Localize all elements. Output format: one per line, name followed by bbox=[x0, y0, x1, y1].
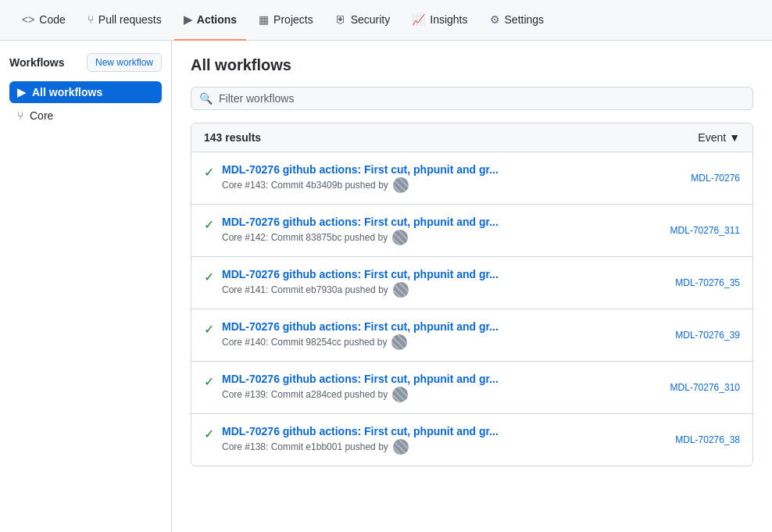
sidebar-header: Workflows New workflow bbox=[9, 53, 162, 72]
avatar bbox=[391, 334, 407, 350]
code-icon: <> bbox=[22, 13, 34, 26]
pull-request-icon: ⑂ bbox=[88, 13, 94, 26]
workflow-info-5: MDL-70276 github actions: First cut, php… bbox=[222, 425, 499, 455]
workflow-badge-4[interactable]: MDL-70276_310 bbox=[670, 382, 740, 393]
avatar bbox=[393, 282, 409, 298]
workflow-left-1: ✓ MDL-70276 github actions: First cut, p… bbox=[204, 216, 670, 245]
nav-item-security[interactable]: ⛨ Security bbox=[326, 0, 400, 41]
chevron-down-icon: ▼ bbox=[729, 131, 740, 144]
success-check-icon: ✓ bbox=[204, 374, 214, 389]
workflow-meta-text-4: Core #139: Commit a284ced pushed by bbox=[222, 389, 388, 400]
workflow-meta-text-1: Core #142: Commit 83875bc pushed by bbox=[222, 232, 388, 243]
avatar bbox=[392, 387, 408, 402]
sidebar-title: Workflows bbox=[9, 56, 65, 69]
workflow-list: ✓ MDL-70276 github actions: First cut, p… bbox=[191, 152, 752, 466]
nav-label-pull-requests: Pull requests bbox=[98, 13, 162, 26]
workflow-meta-text-0: Core #143: Commit 4b3409b pushed by bbox=[222, 180, 388, 191]
success-check-icon: ✓ bbox=[204, 165, 214, 180]
sidebar-item-core-label: Core bbox=[30, 109, 53, 122]
workflow-info-2: MDL-70276 github actions: First cut, php… bbox=[222, 268, 499, 298]
workflow-left-3: ✓ MDL-70276 github actions: First cut, p… bbox=[204, 320, 675, 350]
projects-icon: ▦ bbox=[259, 13, 269, 26]
event-dropdown[interactable]: Event ▼ bbox=[698, 131, 740, 144]
workflow-badge-5[interactable]: MDL-70276_38 bbox=[675, 434, 740, 445]
results-count: 143 results bbox=[204, 131, 261, 144]
nav-label-projects: Projects bbox=[273, 13, 313, 26]
table-row: ✓ MDL-70276 github actions: First cut, p… bbox=[191, 309, 752, 362]
nav-item-actions[interactable]: ▶ Actions bbox=[174, 0, 246, 41]
nav-label-settings: Settings bbox=[505, 13, 545, 26]
all-workflows-icon: ▶ bbox=[17, 86, 26, 98]
nav-item-pull-requests[interactable]: ⑂ Pull requests bbox=[78, 0, 171, 41]
security-icon: ⛨ bbox=[335, 13, 346, 26]
nav-label-code: Code bbox=[39, 13, 65, 26]
workflow-title-1[interactable]: MDL-70276 github actions: First cut, php… bbox=[222, 216, 499, 228]
sidebar-item-core[interactable]: ⑂ Core bbox=[9, 105, 162, 127]
nav-label-security: Security bbox=[351, 13, 391, 26]
workflow-info-4: MDL-70276 github actions: First cut, php… bbox=[222, 373, 499, 402]
new-workflow-button[interactable]: New workflow bbox=[87, 53, 162, 72]
sidebar-item-all-workflows-label: All workflows bbox=[32, 86, 102, 98]
success-check-icon: ✓ bbox=[204, 322, 214, 337]
nav-label-insights: Insights bbox=[430, 13, 467, 26]
success-check-icon: ✓ bbox=[204, 270, 214, 284]
insights-icon: 📈 bbox=[412, 13, 425, 26]
success-check-icon: ✓ bbox=[204, 217, 214, 232]
nav-item-insights[interactable]: 📈 Insights bbox=[402, 0, 477, 41]
workflow-meta-5: Core #138: Commit e1bb001 pushed by bbox=[222, 439, 499, 455]
search-icon: 🔍 bbox=[199, 92, 213, 105]
table-row: ✓ MDL-70276 github actions: First cut, p… bbox=[191, 414, 752, 466]
workflow-left-2: ✓ MDL-70276 github actions: First cut, p… bbox=[204, 268, 675, 298]
workflow-badge-0[interactable]: MDL-70276 bbox=[691, 173, 740, 184]
workflow-left-5: ✓ MDL-70276 github actions: First cut, p… bbox=[204, 425, 675, 455]
workflow-info-0: MDL-70276 github actions: First cut, php… bbox=[222, 163, 499, 193]
settings-icon: ⚙ bbox=[490, 13, 500, 26]
workflow-badge-1[interactable]: MDL-70276_311 bbox=[670, 225, 740, 236]
sidebar: Workflows New workflow ▶ All workflows ⑂… bbox=[0, 41, 172, 532]
workflow-meta-2: Core #141: Commit eb7930a pushed by bbox=[222, 282, 499, 298]
workflow-title-4[interactable]: MDL-70276 github actions: First cut, php… bbox=[222, 373, 499, 385]
table-row: ✓ MDL-70276 github actions: First cut, p… bbox=[191, 152, 752, 205]
main-content: All workflows 🔍 143 results Event ▼ ✓ MD… bbox=[172, 41, 772, 532]
table-row: ✓ MDL-70276 github actions: First cut, p… bbox=[191, 257, 752, 309]
main-layout: Workflows New workflow ▶ All workflows ⑂… bbox=[0, 41, 772, 532]
avatar bbox=[393, 439, 409, 455]
workflow-title-5[interactable]: MDL-70276 github actions: First cut, php… bbox=[222, 425, 499, 437]
workflow-title-2[interactable]: MDL-70276 github actions: First cut, php… bbox=[222, 268, 499, 280]
core-icon: ⑂ bbox=[17, 109, 23, 122]
workflow-meta-text-2: Core #141: Commit eb7930a pushed by bbox=[222, 284, 388, 295]
filter-input[interactable] bbox=[219, 92, 745, 105]
workflow-left-0: ✓ MDL-70276 github actions: First cut, p… bbox=[204, 163, 691, 193]
workflow-title-0[interactable]: MDL-70276 github actions: First cut, php… bbox=[222, 163, 499, 176]
nav-item-projects[interactable]: ▦ Projects bbox=[249, 0, 323, 41]
success-check-icon: ✓ bbox=[204, 427, 214, 441]
workflow-meta-3: Core #140: Commit 98254cc pushed by bbox=[222, 334, 499, 350]
sidebar-item-all-workflows[interactable]: ▶ All workflows bbox=[9, 81, 162, 103]
table-row: ✓ MDL-70276 github actions: First cut, p… bbox=[191, 205, 752, 257]
nav-item-code[interactable]: <> Code bbox=[13, 0, 75, 41]
workflow-info-1: MDL-70276 github actions: First cut, php… bbox=[222, 216, 499, 245]
workflow-meta-0: Core #143: Commit 4b3409b pushed by bbox=[222, 177, 499, 193]
workflow-meta-text-3: Core #140: Commit 98254cc pushed by bbox=[222, 337, 387, 348]
workflow-badge-2[interactable]: MDL-70276_35 bbox=[675, 277, 740, 288]
top-nav: <> Code ⑂ Pull requests ▶ Actions ▦ Proj… bbox=[0, 0, 772, 41]
workflow-meta-text-5: Core #138: Commit e1bb001 pushed by bbox=[222, 441, 388, 452]
avatar bbox=[392, 230, 408, 245]
workflow-badge-3[interactable]: MDL-70276_39 bbox=[675, 330, 740, 341]
results-container: 143 results Event ▼ ✓ MDL-70276 github a… bbox=[191, 123, 753, 466]
workflow-info-3: MDL-70276 github actions: First cut, php… bbox=[222, 320, 499, 350]
event-label: Event bbox=[698, 131, 726, 144]
filter-bar: 🔍 bbox=[191, 87, 753, 110]
results-header: 143 results Event ▼ bbox=[191, 123, 752, 152]
avatar bbox=[393, 177, 409, 193]
table-row: ✓ MDL-70276 github actions: First cut, p… bbox=[191, 362, 752, 414]
workflow-meta-4: Core #139: Commit a284ced pushed by bbox=[222, 387, 499, 402]
workflow-title-3[interactable]: MDL-70276 github actions: First cut, php… bbox=[222, 320, 499, 333]
workflow-meta-1: Core #142: Commit 83875bc pushed by bbox=[222, 230, 499, 245]
nav-item-settings[interactable]: ⚙ Settings bbox=[481, 0, 554, 41]
workflow-left-4: ✓ MDL-70276 github actions: First cut, p… bbox=[204, 373, 670, 402]
nav-label-actions: Actions bbox=[197, 13, 237, 26]
page-title: All workflows bbox=[191, 56, 753, 74]
actions-icon: ▶ bbox=[184, 13, 192, 26]
